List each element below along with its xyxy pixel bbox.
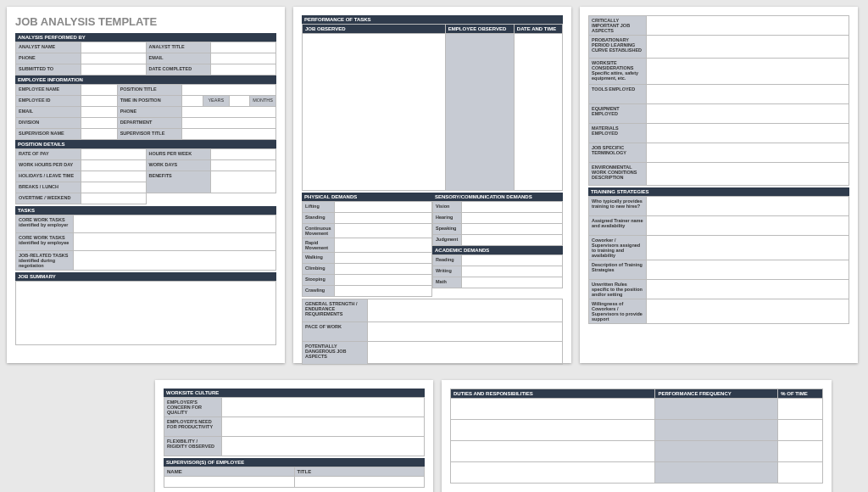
table-training: Who typically provides training to new h… — [588, 196, 849, 324]
table-tasks: CORE WORK TASKS identified by employer C… — [15, 215, 276, 271]
page-3: CRITICALLY IMPORTANT JOB ASPECTS PROBATI… — [580, 7, 858, 363]
table-employee-info: EMPLOYEE NAMEPOSITION TITLE EMPLOYEE IDT… — [15, 84, 276, 140]
section-sensory-demands: SENSORY/COMMUNICATION DEMANDS — [432, 193, 563, 201]
section-performance-tasks: PERFORMANCE OF TASKS — [302, 15, 563, 24]
page-4: WORKSITE CULTURE EMPLOYER'S CONCERN FOR … — [155, 380, 433, 492]
section-supervisors: SUPERVISOR(S) OF EMPLOYEE — [164, 458, 425, 467]
section-academic-demands: ACADEMIC DEMANDS — [432, 246, 563, 254]
doc-title: JOB ANALYSIS TEMPLATE — [15, 15, 276, 28]
table-job-aspects: CRITICALLY IMPORTANT JOB ASPECTS PROBATI… — [588, 15, 849, 186]
table-position-details: RATE OF PAYHOURS PER WEEK WORK HOURS PER… — [15, 148, 276, 204]
table-performance: JOB OBSERVEDEMPLOYEE OBSERVEDDATE AND TI… — [302, 24, 563, 191]
section-tasks: TASKS — [15, 206, 276, 215]
section-worksite-culture: WORKSITE CULTURE — [164, 389, 425, 397]
job-summary-input[interactable] — [16, 282, 276, 345]
section-physical-demands: PHYSICAL DEMANDS — [302, 193, 432, 201]
table-analysis: ANALYST NAMEANALYST TITLE PHONEEMAIL SUB… — [15, 42, 276, 75]
table-physical: Lifting Standing Continuous Movement Rap… — [302, 201, 432, 297]
table-culture: EMPLOYER'S CONCERN FOR QUALITY EMPLOYER'… — [164, 397, 425, 456]
table-sensory: Vision Hearing Speaking Judgment — [432, 201, 563, 246]
table-duties: DUTIES AND RESPONSIBILITIES PERFORMANCE … — [450, 389, 823, 484]
table-academic: Reading Writing Math — [432, 254, 563, 288]
page-5: DUTIES AND RESPONSIBILITIES PERFORMANCE … — [442, 380, 832, 492]
section-job-summary: JOB SUMMARY — [15, 272, 276, 281]
page-1: JOB ANALYSIS TEMPLATE ANALYSIS PERFORMED… — [7, 7, 285, 363]
page-2: PERFORMANCE OF TASKS JOB OBSERVEDEMPLOYE… — [293, 7, 571, 363]
table-supervisors: NAMETITLE — [164, 467, 425, 488]
section-training-strategies: TRAINING STRATEGIES — [588, 187, 849, 196]
table-extra-demands: GENERAL STRENGTH / ENDURANCE REQUIREMENT… — [302, 299, 563, 365]
section-employee-info: EMPLOYEE INFORMATION — [15, 75, 276, 84]
section-analysis-performed-by: ANALYSIS PERFORMED BY — [15, 33, 276, 42]
section-position-details: POSITION DETAILS — [15, 140, 276, 148]
